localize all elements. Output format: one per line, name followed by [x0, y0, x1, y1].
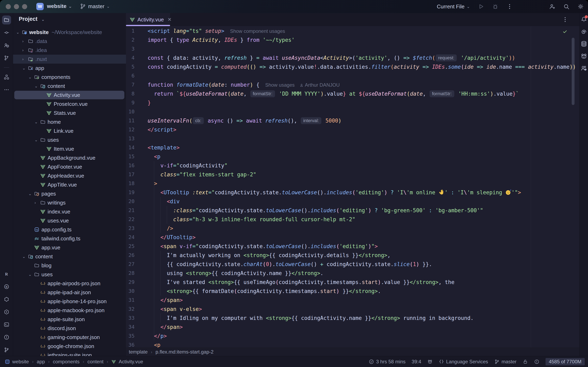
line-number[interactable]: 14 — [126, 143, 135, 152]
line-number[interactable]: 30 — [126, 287, 135, 296]
line-number[interactable]: 29 — [126, 278, 135, 287]
code-line[interactable]: 2import { type Activity, IDEs } from '~~… — [126, 35, 579, 44]
code-line[interactable]: 34 </span> — [126, 323, 579, 332]
tab-close-icon[interactable]: ✕ — [168, 17, 172, 22]
line-number[interactable]: 31 — [126, 296, 135, 305]
run-button[interactable] — [478, 3, 484, 10]
line-number[interactable]: 28 — [126, 269, 135, 278]
line-number[interactable]: 6 — [126, 71, 135, 80]
tree-item-apple-iphone-14-pro-json[interactable]: {…}apple-iphone-14-pro.json — [13, 297, 126, 306]
writable-toggle[interactable] — [523, 359, 528, 364]
status-breadcrumb-item[interactable]: components — [53, 359, 80, 365]
code-with-me-button[interactable] — [549, 3, 555, 10]
tool-code-with-me-icon[interactable] — [580, 65, 587, 72]
line-number[interactable]: 15 — [126, 152, 135, 161]
run-configuration-selector[interactable]: Current File ⌄ — [437, 3, 470, 10]
code-line[interactable]: 1<script lang="ts" setup>Show component … — [126, 26, 579, 35]
tree-item-app[interactable]: ⌄app — [13, 64, 126, 73]
tool-commit-icon[interactable] — [2, 28, 11, 37]
wakatime-widget[interactable]: 3 hrs 58 mins — [369, 359, 406, 365]
more-actions-button[interactable] — [506, 3, 513, 10]
tree-item-uses[interactable]: ⌄uses — [13, 270, 126, 279]
code-vision-hint[interactable]: Show usages — [265, 82, 295, 88]
zoom-window-button[interactable] — [22, 4, 27, 9]
code-line[interactable]: 7function formatDate(date: number) {Show… — [126, 80, 579, 89]
status-breadcrumb-item[interactable]: website — [12, 359, 29, 365]
line-number[interactable]: 18 — [126, 179, 135, 188]
tree-item-link-vue[interactable]: Link.vue — [13, 126, 126, 135]
code-line[interactable]: 35 </p> — [126, 332, 579, 341]
tool-r-letter-icon[interactable]: R — [2, 269, 11, 278]
tree-item-jetbrains-suite-json[interactable]: {…}jetbrains-suite.json — [13, 351, 126, 356]
chevron-collapsed-icon[interactable]: › — [22, 55, 24, 64]
language-services-widget[interactable]: Language Services — [439, 359, 488, 365]
project-panel-header[interactable]: Project ⌄ — [13, 13, 126, 25]
code-line[interactable]: 21 :class="codingActivity.state.toLowerC… — [126, 206, 579, 215]
code-line[interactable]: 15 <p — [126, 152, 579, 161]
line-number[interactable]: 10 — [126, 107, 135, 116]
tree-item-apptitle-vue[interactable]: AppTitle.vue — [13, 180, 126, 189]
line-number[interactable]: 2 — [126, 35, 135, 44]
debug-button[interactable] — [492, 3, 499, 10]
line-number[interactable]: 26 — [126, 251, 135, 260]
tree-item-appheader-vue[interactable]: AppHeader.vue — [13, 171, 126, 180]
code-line[interactable]: 26 I'm actually working on <strong>{{ co… — [126, 251, 579, 260]
tool-users-question-icon[interactable]: ? — [2, 41, 11, 50]
status-breadcrumb-item[interactable]: content — [87, 359, 104, 365]
tree-item-proseicon-vue[interactable]: ProseIcon.vue — [13, 100, 126, 108]
tree-item-appfooter-vue[interactable]: AppFooter.vue — [13, 162, 126, 171]
tree-item-appbackground-vue[interactable]: AppBackground.vue — [13, 153, 126, 162]
code-line[interactable]: 5const codingActivity = computed(() => a… — [126, 62, 579, 71]
tree-item-discord-json[interactable]: {…}discord.json — [13, 324, 126, 333]
chevron-expanded-icon[interactable]: ⌄ — [28, 189, 32, 198]
tree-item-gaming-computer-json[interactable]: {…}gaming-computer.json — [13, 333, 126, 342]
line-number[interactable]: 3 — [126, 44, 135, 53]
tree-item-item-vue[interactable]: Item.vue — [13, 144, 126, 153]
line-number[interactable]: 21 — [126, 206, 135, 215]
gradle-status-widget[interactable] — [427, 359, 433, 364]
tool-git-branch-icon[interactable] — [2, 345, 11, 354]
chevron-collapsed-icon[interactable]: › — [22, 46, 24, 55]
tool-ai-assistant-icon[interactable] — [580, 28, 587, 35]
code-line[interactable]: 30 <strong>{{ formatDate(codingActivity.… — [126, 287, 579, 296]
tree-item-tailwind-config-ts[interactable]: tailwind.config.ts — [13, 234, 126, 243]
chevron-expanded-icon[interactable]: ⌄ — [22, 64, 26, 73]
tree-item-writings[interactable]: ›writings — [13, 198, 126, 207]
tree-item-pages[interactable]: ⌄pages — [13, 189, 126, 198]
code-line[interactable]: 29 I've started <strong>{{ useTimeAgo(co… — [126, 278, 579, 287]
line-number[interactable]: 9 — [126, 98, 135, 107]
code-line[interactable]: 3 — [126, 44, 579, 53]
code-line[interactable]: 25 <span v-if="codingActivity.state.toLo… — [126, 242, 579, 251]
code-line[interactable]: 27 {{ codingActivity.state.charAt(0).toL… — [126, 260, 579, 269]
tree-item-uses[interactable]: ⌄uses — [13, 135, 126, 144]
memory-indicator[interactable]: 4585 of 7700M — [545, 358, 585, 365]
project-widget[interactable]: website ⌄ — [47, 3, 72, 9]
line-number[interactable]: 1 — [126, 26, 135, 35]
chevron-expanded-icon[interactable]: ⌄ — [28, 73, 32, 82]
chevron-collapsed-icon[interactable]: › — [22, 37, 24, 46]
line-number[interactable]: 25 — [126, 242, 135, 251]
tool-gradle-icon[interactable] — [580, 53, 587, 59]
code-editor[interactable]: 1<script lang="ts" setup>Show component … — [126, 26, 579, 348]
tree-item-google-chrome-json[interactable]: {…}google-chrome.json — [13, 342, 126, 351]
tree-item-website[interactable]: ⌄website~/Workspace/website — [13, 28, 126, 37]
settings-button[interactable] — [577, 3, 584, 10]
chevron-collapsed-icon[interactable]: › — [35, 198, 36, 207]
tool-pull-request-icon[interactable] — [2, 53, 11, 62]
chevron-expanded-icon[interactable]: ⌄ — [35, 135, 38, 144]
code-line[interactable]: 8 return `${useDateFormat(date, formatSt… — [126, 89, 579, 98]
tool-bell-icon[interactable] — [580, 16, 587, 23]
line-number[interactable]: 8 — [126, 89, 135, 98]
code-line[interactable]: 22 class="h-3 w-3 inline-flex rounded-fu… — [126, 215, 579, 224]
code-line[interactable]: 24 </UTooltip> — [126, 233, 579, 242]
git-branch-widget[interactable]: master — [494, 359, 517, 365]
code-line[interactable]: 16 v-if="codingActivity" — [126, 161, 579, 170]
line-number[interactable]: 4 — [126, 53, 135, 62]
branch-widget[interactable]: master ⌄ — [80, 3, 110, 9]
code-line[interactable]: 9} — [126, 98, 579, 107]
close-window-button[interactable] — [6, 4, 11, 9]
tree-item-apple-ipad-air-json[interactable]: {…}apple-ipad-air.json — [13, 288, 126, 297]
code-line[interactable]: 14<template> — [126, 143, 579, 152]
tree-item-blog[interactable]: blog — [13, 261, 126, 270]
tool-more-icon[interactable] — [2, 85, 11, 94]
